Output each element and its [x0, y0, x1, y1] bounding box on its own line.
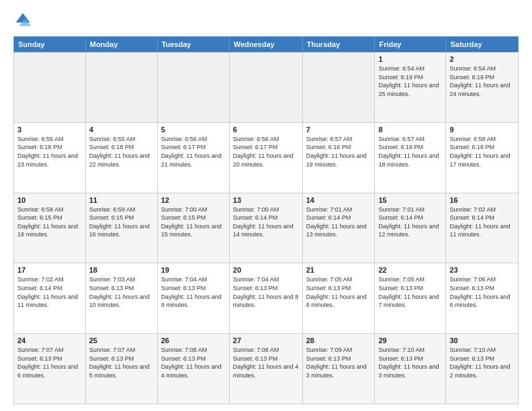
- day-header-tuesday: Tuesday: [157, 37, 229, 52]
- header: [13, 11, 519, 30]
- day-info: Sunrise: 7:00 AM Sunset: 6:14 PM Dayligh…: [233, 205, 299, 239]
- day-cell: 25Sunrise: 7:07 AM Sunset: 6:13 PM Dayli…: [85, 334, 157, 404]
- day-number: 12: [161, 196, 226, 204]
- day-number: 7: [306, 126, 371, 134]
- day-number: 2: [449, 55, 515, 63]
- day-cell: 20Sunrise: 7:04 AM Sunset: 6:13 PM Dayli…: [229, 263, 302, 334]
- day-info: Sunrise: 7:03 AM Sunset: 6:13 PM Dayligh…: [89, 275, 154, 309]
- day-cell: 23Sunrise: 7:06 AM Sunset: 6:13 PM Dayli…: [446, 263, 519, 334]
- day-cell: 29Sunrise: 7:10 AM Sunset: 6:13 PM Dayli…: [375, 334, 446, 404]
- day-cell: 14Sunrise: 7:01 AM Sunset: 6:14 PM Dayli…: [302, 193, 375, 263]
- day-cell: 13Sunrise: 7:00 AM Sunset: 6:14 PM Dayli…: [229, 193, 302, 263]
- day-info: Sunrise: 6:57 AM Sunset: 6:16 PM Dayligh…: [378, 135, 442, 169]
- day-info: Sunrise: 7:06 AM Sunset: 6:13 PM Dayligh…: [449, 275, 515, 309]
- day-cell: 2Sunrise: 6:54 AM Sunset: 6:19 PM Daylig…: [446, 52, 519, 123]
- day-info: Sunrise: 7:07 AM Sunset: 6:13 PM Dayligh…: [17, 346, 82, 379]
- day-number: 16: [449, 196, 515, 204]
- day-header-saturday: Saturday: [446, 37, 519, 52]
- day-info: Sunrise: 6:58 AM Sunset: 6:15 PM Dayligh…: [17, 205, 82, 239]
- day-info: Sunrise: 6:54 AM Sunset: 6:19 PM Dayligh…: [449, 64, 515, 98]
- day-cell: 19Sunrise: 7:04 AM Sunset: 6:13 PM Dayli…: [157, 263, 229, 334]
- day-cell: 26Sunrise: 7:08 AM Sunset: 6:13 PM Dayli…: [157, 334, 229, 404]
- day-info: Sunrise: 6:59 AM Sunset: 6:15 PM Dayligh…: [89, 205, 154, 239]
- day-cell: 10Sunrise: 6:58 AM Sunset: 6:15 PM Dayli…: [14, 193, 86, 263]
- day-info: Sunrise: 7:09 AM Sunset: 6:13 PM Dayligh…: [306, 346, 371, 379]
- day-info: Sunrise: 7:05 AM Sunset: 6:13 PM Dayligh…: [378, 275, 442, 309]
- day-info: Sunrise: 7:04 AM Sunset: 6:13 PM Dayligh…: [233, 275, 299, 309]
- day-info: Sunrise: 7:04 AM Sunset: 6:13 PM Dayligh…: [161, 275, 226, 309]
- day-number: 10: [17, 196, 82, 204]
- day-cell: 15Sunrise: 7:01 AM Sunset: 6:14 PM Dayli…: [375, 193, 446, 263]
- day-cell: 18Sunrise: 7:03 AM Sunset: 6:13 PM Dayli…: [85, 263, 157, 334]
- day-number: 22: [378, 266, 442, 274]
- day-cell: 5Sunrise: 6:56 AM Sunset: 6:17 PM Daylig…: [157, 122, 229, 193]
- day-cell: 30Sunrise: 7:10 AM Sunset: 6:13 PM Dayli…: [446, 334, 519, 404]
- week-row-1: 1Sunrise: 6:54 AM Sunset: 6:19 PM Daylig…: [14, 52, 519, 123]
- day-number: 17: [17, 266, 82, 274]
- day-info: Sunrise: 7:05 AM Sunset: 6:13 PM Dayligh…: [306, 275, 371, 309]
- day-info: Sunrise: 7:02 AM Sunset: 6:14 PM Dayligh…: [449, 205, 515, 239]
- day-cell: 8Sunrise: 6:57 AM Sunset: 6:16 PM Daylig…: [375, 122, 446, 193]
- day-cell: 22Sunrise: 7:05 AM Sunset: 6:13 PM Dayli…: [375, 263, 446, 334]
- day-cell: 27Sunrise: 7:08 AM Sunset: 6:13 PM Dayli…: [229, 334, 302, 404]
- day-number: 19: [161, 266, 226, 274]
- day-number: 15: [378, 196, 442, 204]
- day-header-thursday: Thursday: [302, 37, 375, 52]
- day-info: Sunrise: 7:08 AM Sunset: 6:13 PM Dayligh…: [161, 346, 226, 379]
- day-number: 30: [449, 336, 515, 345]
- day-cell: 24Sunrise: 7:07 AM Sunset: 6:13 PM Dayli…: [14, 334, 86, 404]
- day-cell: [229, 52, 302, 123]
- day-cell: [302, 52, 375, 123]
- header-row: SundayMondayTuesdayWednesdayThursdayFrid…: [14, 37, 519, 52]
- day-info: Sunrise: 7:10 AM Sunset: 6:13 PM Dayligh…: [449, 346, 515, 379]
- day-header-sunday: Sunday: [14, 37, 86, 52]
- day-info: Sunrise: 6:56 AM Sunset: 6:17 PM Dayligh…: [233, 135, 299, 169]
- day-cell: 1Sunrise: 6:54 AM Sunset: 6:19 PM Daylig…: [375, 52, 446, 123]
- day-cell: 28Sunrise: 7:09 AM Sunset: 6:13 PM Dayli…: [302, 334, 375, 404]
- day-info: Sunrise: 6:55 AM Sunset: 6:18 PM Dayligh…: [89, 135, 154, 169]
- logo: [13, 11, 35, 30]
- day-info: Sunrise: 7:10 AM Sunset: 6:13 PM Dayligh…: [378, 346, 442, 379]
- day-number: 4: [89, 126, 154, 134]
- day-info: Sunrise: 7:07 AM Sunset: 6:13 PM Dayligh…: [89, 346, 154, 379]
- day-number: 20: [233, 266, 299, 274]
- day-number: 27: [233, 336, 299, 345]
- day-number: 9: [449, 126, 515, 134]
- day-number: 8: [378, 126, 442, 134]
- day-number: 26: [161, 336, 226, 345]
- day-info: Sunrise: 6:56 AM Sunset: 6:17 PM Dayligh…: [161, 135, 226, 169]
- week-row-2: 3Sunrise: 6:55 AM Sunset: 6:18 PM Daylig…: [14, 122, 519, 193]
- day-info: Sunrise: 6:54 AM Sunset: 6:19 PM Dayligh…: [378, 64, 442, 98]
- day-number: 1: [378, 55, 442, 63]
- day-header-wednesday: Wednesday: [229, 37, 302, 52]
- day-number: 5: [161, 126, 226, 134]
- day-cell: 3Sunrise: 6:55 AM Sunset: 6:18 PM Daylig…: [14, 122, 86, 193]
- day-number: 21: [306, 266, 371, 274]
- day-info: Sunrise: 7:00 AM Sunset: 6:15 PM Dayligh…: [161, 205, 226, 239]
- day-number: 18: [89, 266, 154, 274]
- day-number: 29: [378, 336, 442, 345]
- day-number: 11: [89, 196, 154, 204]
- week-row-4: 17Sunrise: 7:02 AM Sunset: 6:14 PM Dayli…: [14, 263, 519, 334]
- day-cell: 11Sunrise: 6:59 AM Sunset: 6:15 PM Dayli…: [85, 193, 157, 263]
- day-info: Sunrise: 6:57 AM Sunset: 6:16 PM Dayligh…: [306, 135, 371, 169]
- week-row-5: 24Sunrise: 7:07 AM Sunset: 6:13 PM Dayli…: [14, 334, 519, 404]
- day-number: 13: [233, 196, 299, 204]
- day-number: 23: [449, 266, 515, 274]
- day-header-friday: Friday: [375, 37, 446, 52]
- day-number: 25: [89, 336, 154, 345]
- day-info: Sunrise: 6:58 AM Sunset: 6:16 PM Dayligh…: [449, 135, 515, 169]
- day-number: 24: [17, 336, 82, 345]
- day-info: Sunrise: 7:02 AM Sunset: 6:14 PM Dayligh…: [17, 275, 82, 309]
- day-info: Sunrise: 7:01 AM Sunset: 6:14 PM Dayligh…: [378, 205, 442, 239]
- day-cell: 4Sunrise: 6:55 AM Sunset: 6:18 PM Daylig…: [85, 122, 157, 193]
- day-cell: 9Sunrise: 6:58 AM Sunset: 6:16 PM Daylig…: [446, 122, 519, 193]
- day-cell: [85, 52, 157, 123]
- week-row-3: 10Sunrise: 6:58 AM Sunset: 6:15 PM Dayli…: [14, 193, 519, 263]
- logo-icon: [13, 11, 32, 30]
- day-cell: 12Sunrise: 7:00 AM Sunset: 6:15 PM Dayli…: [157, 193, 229, 263]
- day-number: 3: [17, 126, 82, 134]
- day-cell: 6Sunrise: 6:56 AM Sunset: 6:17 PM Daylig…: [229, 122, 302, 193]
- calendar-table: SundayMondayTuesdayWednesdayThursdayFrid…: [13, 36, 519, 404]
- day-info: Sunrise: 7:08 AM Sunset: 6:13 PM Dayligh…: [233, 346, 299, 379]
